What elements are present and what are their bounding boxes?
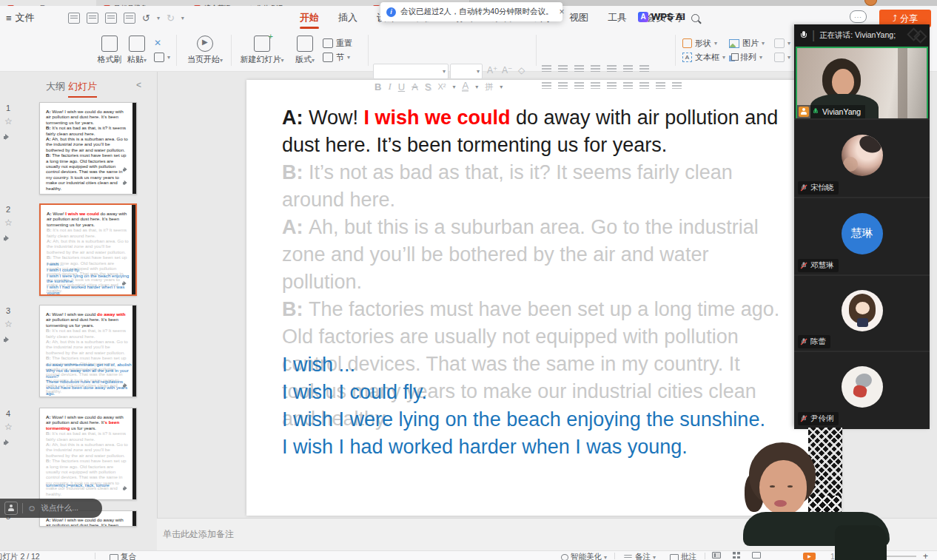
layout-button[interactable]: 版式▾: [290, 36, 320, 65]
new-slide-button[interactable]: + 新建幻灯片▾: [235, 36, 289, 65]
align-center-icon[interactable]: [558, 81, 568, 90]
para-spacing-decrease-icon[interactable]: [639, 81, 649, 90]
zoom-slider-knob[interactable]: [880, 553, 887, 559]
align-right-icon[interactable]: [574, 81, 584, 90]
zoom-slider-track[interactable]: [857, 556, 916, 557]
smartart-convert-icon[interactable]: [639, 64, 649, 72]
thumb-audio-object[interactable]: [123, 164, 130, 175]
video-tile-邓慧琳[interactable]: 慧琳邓慧琳: [794, 197, 930, 276]
slide-thumbnail-2[interactable]: A: Wow! I wish we could do away with air…: [39, 203, 137, 296]
thumb-audio-object[interactable]: [122, 278, 129, 289]
undo-icon[interactable]: ↺: [142, 13, 150, 24]
pinyin-icon[interactable]: 拼: [485, 81, 493, 92]
emoji-icon[interactable]: ☺: [27, 503, 36, 513]
text-direction-icon[interactable]: [607, 64, 617, 72]
font-color-icon[interactable]: A: [462, 81, 468, 92]
spellcheck-status[interactable]: 复合: [110, 552, 136, 560]
text-shadow-icon[interactable]: S: [425, 81, 431, 92]
normal-view-button[interactable]: [712, 552, 721, 559]
service-cloud-icon[interactable]: ...: [850, 10, 867, 23]
numbered-list-icon[interactable]: [558, 64, 568, 72]
section-button[interactable]: 节▾: [323, 50, 352, 64]
reset-button[interactable]: 重置: [323, 36, 352, 50]
thumb-star-icon[interactable]: ☆: [4, 319, 13, 329]
chat-input-placeholder[interactable]: 说点什么...: [41, 503, 78, 513]
justify-icon[interactable]: [591, 81, 600, 90]
arrange-button[interactable]: 排列▾: [729, 50, 765, 64]
ribbon-tab-工具[interactable]: 工具: [598, 6, 637, 30]
increase-indent-icon[interactable]: [591, 64, 600, 72]
fill-color-button[interactable]: ▾: [774, 36, 790, 50]
char-spacing-icon[interactable]: [623, 64, 633, 72]
wps-ai-button[interactable]: A WPS AI: [638, 11, 685, 22]
thumb-star-icon[interactable]: ☆: [4, 422, 13, 432]
video-tile-陈蕾[interactable]: 陈蕾: [794, 274, 930, 352]
increase-font-icon[interactable]: A⁺: [487, 65, 497, 75]
play-from-current-button[interactable]: ▶ 当页开始▾: [182, 36, 228, 65]
redo-icon[interactable]: ↻: [167, 13, 175, 24]
output-icon[interactable]: [87, 13, 98, 24]
print-preview-icon[interactable]: [124, 13, 135, 24]
clear-format-icon[interactable]: ◇: [518, 65, 525, 75]
thumb-star-icon[interactable]: ☆: [4, 217, 13, 228]
search-icon[interactable]: [691, 14, 699, 22]
font-name-select[interactable]: ▾: [373, 64, 449, 79]
distribute-icon[interactable]: [607, 81, 617, 90]
slideshow-play-button[interactable]: ▶: [803, 553, 816, 560]
print-icon[interactable]: [105, 13, 117, 24]
wish-sentences-textbox[interactable]: I wish ...I wish I could fly.I wish I we…: [282, 351, 765, 461]
copy-button[interactable]: ▾: [154, 50, 170, 64]
app-tab-wps-office[interactable]: WPS Office: [0, 0, 111, 6]
zoom-percent[interactable]: 100%: [830, 552, 850, 560]
text-autofit-icon[interactable]: [672, 81, 682, 90]
file-menu-button[interactable]: ≡ 文件: [6, 11, 35, 24]
quickbar-more-caret-icon[interactable]: ▾: [181, 15, 184, 21]
comments-button[interactable]: 批注: [670, 552, 696, 560]
slide-thumbnail-3[interactable]: A: Wow! I wish we could do away with air…: [39, 305, 137, 397]
doc-tab[interactable]: 综合英语III（二）集体备课.pptx: [187, 0, 380, 6]
slide-thumbnail-1[interactable]: A: Wow! I wish we could do away with air…: [39, 102, 137, 195]
undo-caret-icon[interactable]: ▾: [157, 15, 160, 21]
meeting-chat-bar[interactable]: ☺ 说点什么...: [0, 499, 102, 518]
superscript-icon[interactable]: X²: [437, 82, 446, 91]
underline-icon[interactable]: U: [398, 81, 405, 92]
zoom-in-button[interactable]: +: [923, 551, 928, 560]
video-tile-main[interactable]: VivianYang: [796, 47, 928, 120]
picture-button[interactable]: 图片▾: [729, 36, 765, 50]
reading-view-button[interactable]: [752, 552, 761, 559]
ribbon-tab-视图[interactable]: 视图: [560, 6, 598, 30]
video-tile-尹伶俐[interactable]: 尹伶俐: [794, 351, 930, 429]
align-left-icon[interactable]: [542, 81, 551, 90]
notes-toggle-button[interactable]: 备注▾: [623, 552, 656, 560]
notes-area[interactable]: 单击此处添加备注: [157, 518, 937, 551]
para-spacing-increase-icon[interactable]: [623, 81, 633, 90]
slide-size-button[interactable]: ▾: [774, 50, 790, 64]
decrease-font-icon[interactable]: A⁻: [502, 65, 512, 75]
thumb-audio-object[interactable]: [123, 178, 130, 188]
thumb-audio-object[interactable]: [123, 380, 130, 391]
thumb-audio-icon[interactable]: [4, 333, 12, 346]
smart-beautify-button[interactable]: 智能美化▾: [561, 552, 607, 560]
thumb-audio-icon[interactable]: [4, 130, 12, 144]
paste-button[interactable]: 粘贴▾: [124, 36, 150, 65]
bullet-list-icon[interactable]: [542, 64, 551, 72]
line-spacing-icon[interactable]: [656, 81, 665, 90]
textbox-button[interactable]: A文本框▾: [682, 50, 725, 64]
font-size-select[interactable]: ▾: [450, 64, 483, 79]
cut-button[interactable]: ✕: [154, 36, 170, 50]
thumb-audio-object[interactable]: [123, 483, 130, 493]
bold-icon[interactable]: B: [375, 81, 381, 92]
user-avatar[interactable]: [864, 0, 877, 6]
slide-canvas[interactable]: A: Wow! I wish we could do away with air…: [246, 80, 842, 516]
italic-icon[interactable]: I: [388, 81, 391, 92]
shapes-button[interactable]: 形状▾: [682, 36, 725, 50]
video-tile-宋怡晓[interactable]: 宋怡晓: [794, 118, 930, 198]
format-painter-button[interactable]: 格式刷: [96, 36, 123, 65]
doc-tab[interactable]: 风起见楼盘: [96, 0, 201, 6]
strikethrough-icon[interactable]: A: [412, 81, 418, 92]
thumb-audio-icon[interactable]: [4, 232, 12, 245]
thumb-star-icon[interactable]: ☆: [4, 116, 13, 126]
slide-sorter-view-button[interactable]: [733, 552, 740, 559]
slide-thumbnail-4[interactable]: A: Wow! I wish we could do away with air…: [39, 408, 137, 500]
ribbon-tab-开始[interactable]: 开始: [290, 6, 329, 30]
